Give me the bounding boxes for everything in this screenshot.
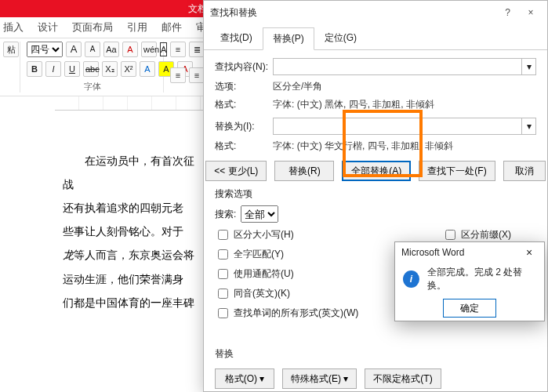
tab-insert[interactable]: 插入 — [3, 20, 24, 34]
grow-font-button[interactable]: A — [66, 42, 82, 57]
messagebox-ok-button[interactable]: 确定 — [443, 299, 496, 318]
tab-design[interactable]: 设计 — [38, 20, 58, 34]
find-next-button[interactable]: 查找下一处(F) — [419, 161, 495, 181]
strikethrough-button[interactable]: abc — [83, 61, 99, 77]
messagebox-text: 全部完成。完成 2 处替换。 — [427, 266, 536, 292]
doc-line: 们都是中国体育的一座丰碑 — [63, 291, 204, 314]
info-icon: i — [403, 270, 419, 288]
change-case-button[interactable]: Aa — [103, 42, 119, 57]
search-options-label: 搜索选项 — [215, 187, 547, 201]
replace-format-label: 格式: — [215, 140, 273, 153]
superscript-button[interactable]: X² — [121, 61, 136, 77]
font-size-select[interactable]: 四号 — [27, 42, 63, 57]
tab-goto[interactable]: 定位(G) — [314, 27, 367, 49]
replace-format-value: 字体: (中文) 华文行楷, 四号, 非加粗, 非倾斜 — [273, 140, 453, 153]
italic-button[interactable]: I — [45, 61, 61, 77]
find-what-input[interactable] — [273, 58, 522, 75]
replace-button[interactable]: 替换(R) — [274, 161, 334, 181]
document-body[interactable]: 在运动员中，有首次征战 还有执着追求的四朝元老 些事让人刻骨铭心。对于 龙等人而… — [63, 149, 204, 314]
tab-find[interactable]: 查找(D) — [210, 27, 263, 49]
match-case-checkbox[interactable]: 区分大小写(H) — [215, 227, 442, 242]
text-effects-button[interactable]: A — [140, 61, 155, 77]
doc-line: 运动生涯，他们荣誉满身 — [63, 267, 204, 291]
tab-references[interactable]: 引用 — [127, 20, 147, 34]
paste-button[interactable]: 粘 — [3, 42, 19, 57]
no-format-button[interactable]: 不限定格式(T) — [365, 368, 441, 389]
subscript-button[interactable]: X₂ — [102, 61, 118, 77]
find-replace-dialog: 查找和替换 ? × 查找(D) 替换(P) 定位(G) 查找内容(N): ▾ 选… — [203, 0, 548, 392]
tab-mailings[interactable]: 邮件 — [161, 20, 182, 34]
close-button[interactable]: × — [521, 7, 541, 18]
bold-button[interactable]: B — [27, 61, 42, 77]
search-direction-label: 搜索: — [215, 208, 236, 221]
find-format-value: 字体: (中文) 黑体, 四号, 非加粗, 非倾斜 — [273, 98, 434, 111]
replace-with-input[interactable] — [273, 118, 522, 135]
align-left-button[interactable]: ≡ — [170, 67, 186, 83]
messagebox-title: Microsoft Word — [401, 247, 464, 258]
dialog-tabs: 查找(D) 替换(P) 定位(G) — [204, 24, 547, 50]
clear-format-button[interactable]: A — [122, 42, 138, 57]
find-format-label: 格式: — [215, 98, 273, 111]
doc-line: 龙等人而言，东京奥运会将 — [63, 243, 204, 267]
messagebox-close-button[interactable]: × — [521, 246, 538, 259]
tab-layout[interactable]: 页面布局 — [72, 20, 113, 34]
help-button[interactable]: ? — [498, 7, 518, 18]
doc-line: 还有执着追求的四朝元老 — [63, 196, 204, 220]
messagebox: Microsoft Word × i 全部完成。完成 2 处替换。 确定 — [394, 241, 545, 321]
char-border-button[interactable]: A — [160, 42, 167, 56]
special-button[interactable]: 特殊格式(E) ▾ — [282, 368, 357, 389]
replace-with-label: 替换为(I): — [215, 120, 273, 133]
phonetic-button[interactable]: wén — [141, 42, 157, 57]
find-dropdown-icon[interactable]: ▾ — [522, 58, 536, 75]
align-center-button[interactable]: ≡ — [189, 67, 205, 83]
numbering-button[interactable]: ≣ — [189, 42, 205, 57]
bullets-button[interactable]: ≡ — [170, 42, 186, 57]
find-what-label: 查找内容(N): — [215, 60, 273, 74]
options-value: 区分全/半角 — [273, 80, 322, 93]
less-button[interactable]: << 更少(L) — [205, 161, 267, 181]
underline-button[interactable]: U — [64, 61, 80, 77]
dialog-title: 查找和替换 — [210, 6, 257, 20]
replace-all-button[interactable]: 全部替换(A) — [342, 161, 411, 181]
options-label: 选项: — [215, 80, 273, 93]
doc-line: 些事让人刻骨铭心。对于 — [63, 220, 204, 243]
search-direction-select[interactable]: 全部 — [241, 205, 278, 223]
match-prefix-checkbox[interactable]: 区分前缀(X) — [442, 227, 536, 242]
font-group-label: 字体 — [27, 81, 158, 93]
shrink-font-button[interactable]: A — [85, 42, 100, 57]
tab-replace[interactable]: 替换(P) — [263, 27, 314, 50]
doc-line: 在运动员中，有首次征战 — [63, 149, 204, 196]
cancel-button[interactable]: 取消 — [503, 161, 546, 181]
replace-dropdown-icon[interactable]: ▾ — [522, 118, 536, 135]
replace-section-label: 替换 — [215, 347, 547, 361]
format-button[interactable]: 格式(O) ▾ — [215, 368, 274, 389]
